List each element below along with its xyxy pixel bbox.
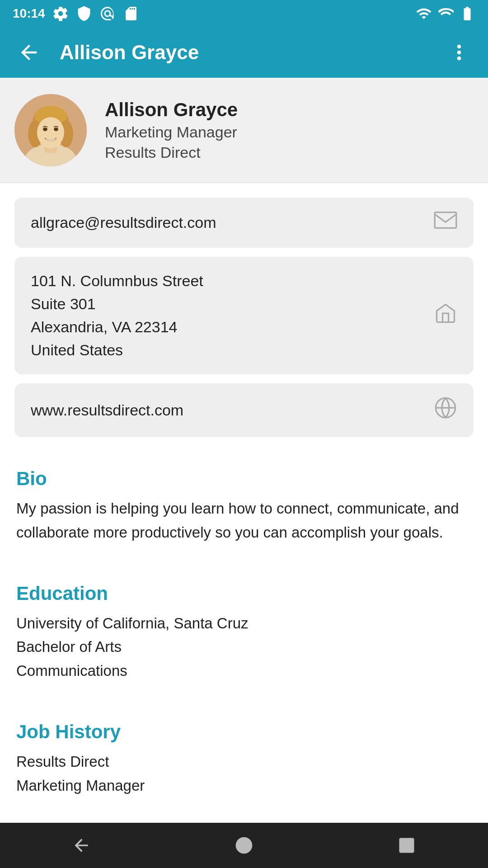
job-history-body: Results Direct Marketing Manager: [16, 750, 472, 798]
back-arrow-icon: [17, 41, 41, 64]
nav-back-button[interactable]: [59, 823, 104, 868]
nav-home-button[interactable]: [221, 823, 267, 868]
at-icon: [99, 5, 116, 22]
education-title: Education: [16, 583, 472, 604]
wifi-icon: [416, 5, 432, 22]
profile-job-title: Marketing Manager: [105, 123, 238, 141]
education-field: Communications: [16, 659, 472, 683]
job-history-title: Job History: [16, 721, 472, 743]
settings-icon: [52, 5, 69, 22]
profile-info: Allison Grayce Marketing Manager Results…: [105, 99, 238, 161]
address-line1: 101 N. Columnbus Street: [31, 269, 203, 292]
nav-recent-icon: [397, 835, 417, 855]
svg-point-13: [236, 837, 253, 854]
status-time: 10:14: [13, 6, 45, 21]
avatar: [14, 94, 87, 166]
app-bar: Allison Grayce: [0, 27, 488, 78]
education-university: University of California, Santa Cruz: [16, 612, 472, 636]
job-company: Results Direct: [16, 750, 472, 774]
bio-section: Bio My passion is helping you learn how …: [0, 452, 488, 545]
profile-company: Results Direct: [105, 144, 238, 161]
home-icon: [434, 302, 457, 330]
address-card[interactable]: 101 N. Columnbus Street Suite 301 Alexan…: [14, 257, 474, 374]
job-role: Marketing Manager: [16, 774, 472, 798]
more-options-button[interactable]: [443, 36, 475, 69]
profile-header: Allison Grayce Marketing Manager Results…: [0, 78, 488, 183]
status-bar: 10:14: [0, 0, 488, 27]
signal-icon: [437, 5, 454, 22]
battery-icon: [459, 5, 475, 22]
bottom-nav: [0, 823, 488, 868]
nav-back-icon: [71, 835, 91, 855]
website-value: www.resultsdirect.com: [31, 399, 183, 422]
status-bar-right: [416, 5, 475, 22]
app-bar-title: Allison Grayce: [60, 41, 428, 64]
nav-recent-button[interactable]: [384, 823, 429, 868]
nav-home-icon: [234, 835, 254, 855]
website-card[interactable]: www.resultsdirect.com: [14, 383, 474, 437]
bio-text: My passion is helping you learn how to c…: [16, 497, 472, 545]
address-line4: United States: [31, 339, 203, 362]
sd-card-icon: [123, 5, 139, 22]
profile-name: Allison Grayce: [105, 99, 238, 121]
contact-section: allgrace@resultsdirect.com 101 N. Column…: [0, 183, 488, 452]
svg-rect-14: [399, 838, 414, 853]
more-vert-icon: [447, 41, 471, 64]
education-body: University of California, Santa Cruz Bac…: [16, 612, 472, 683]
svg-point-9: [43, 127, 47, 131]
svg-point-8: [37, 117, 64, 148]
status-bar-left: 10:14: [13, 5, 139, 22]
education-section: Education University of California, Sant…: [0, 566, 488, 683]
education-degree: Bachelor of Arts: [16, 635, 472, 659]
job-history-section: Job History Results Direct Marketing Man…: [0, 705, 488, 798]
globe-icon: [434, 396, 457, 425]
email-value: allgrace@resultsdirect.com: [31, 211, 216, 234]
address-line3: Alexandria, VA 22314: [31, 316, 203, 339]
bio-title: Bio: [16, 468, 472, 490]
svg-point-10: [54, 127, 58, 131]
email-icon: [434, 210, 457, 235]
shield-icon: [76, 5, 92, 22]
svg-rect-11: [435, 212, 456, 228]
address-line2: Suite 301: [31, 292, 203, 316]
address-value: 101 N. Columnbus Street Suite 301 Alexan…: [31, 269, 203, 362]
email-card[interactable]: allgrace@resultsdirect.com: [14, 198, 474, 248]
back-button[interactable]: [13, 36, 45, 69]
